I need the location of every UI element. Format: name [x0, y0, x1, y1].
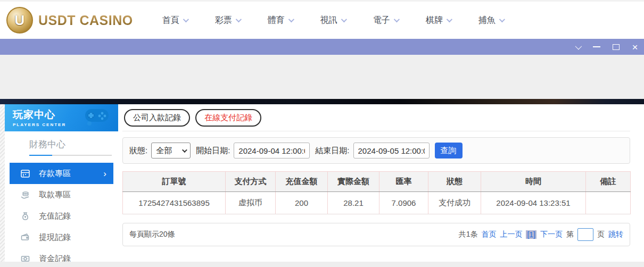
col-status: 狀態 [428, 172, 481, 192]
page-body: 玩家中心 PLAYERS CENTER 財務中心 存款專區 › [0, 104, 644, 267]
current-page-indicator[interactable]: [1] [526, 230, 536, 239]
nav-label: 體育 [268, 15, 285, 26]
chevron-down-icon [183, 16, 188, 22]
maximize-icon [613, 44, 620, 50]
chevron-down-icon [575, 43, 582, 49]
logo-text: USDT CASINO [38, 13, 133, 28]
nav-item-lottery[interactable]: 彩票 [215, 15, 240, 26]
first-page-link[interactable]: 首页 [481, 230, 496, 239]
main-content: 公司入款記錄 在線支付記錄 狀態: 全部 開始日期: 結束日期: 查詢 訂單號 [122, 104, 630, 246]
nav-label: 棋牌 [426, 15, 443, 26]
tab-online-payment-record[interactable]: 在線支付記錄 [195, 109, 261, 127]
nav-label: 捕魚 [478, 15, 496, 26]
col-payment-method: 支付方式 [226, 172, 276, 192]
nav-label: 電子 [373, 15, 390, 26]
chevron-down-icon [499, 16, 505, 22]
end-date-label: 結束日期: [315, 146, 349, 156]
prev-page-link[interactable]: 上一页 [500, 230, 522, 239]
chevron-down-icon [393, 16, 399, 22]
status-select-value: 全部 [156, 146, 172, 156]
window-controls: × [572, 39, 641, 55]
start-date-label: 開始日期: [196, 146, 230, 156]
next-page-link[interactable]: 下一页 [540, 230, 563, 239]
jump-suffix-text: 页 [597, 230, 605, 239]
deposit-card-icon [20, 168, 30, 179]
window-close-button[interactable]: × [629, 41, 641, 53]
nav-label: 彩票 [215, 15, 232, 26]
per-page-text: 每頁顯示20條 [129, 230, 175, 239]
chevron-down-icon [446, 16, 452, 22]
sidebar-item-withdraw-area[interactable]: 取款專區 [10, 184, 113, 205]
gamepad-icon [83, 108, 111, 126]
total-count-text: 共1条 [459, 230, 478, 239]
sidebar-item-withdrawal-record[interactable]: 提現記錄 [10, 227, 113, 248]
chevron-down-icon [182, 147, 187, 153]
money-bag-icon [20, 211, 30, 221]
sidebar-item-label: 充值記錄 [39, 211, 71, 221]
finance-center-heading: 財務中心 [29, 138, 118, 151]
left-texture-strip [0, 104, 5, 267]
sidebar-item-label: 提現記錄 [39, 232, 71, 243]
sidebar-item-deposit-area[interactable]: 存款專區 › [10, 163, 113, 184]
status-select[interactable]: 全部 [151, 143, 191, 158]
window-dropdown-button[interactable] [572, 41, 583, 53]
hand-money-icon [20, 189, 30, 200]
jump-prefix-text: 第 [566, 230, 574, 239]
pagination-controls: 共1条 首页 上一页 [1] 下一页 第 页 跳转 [459, 228, 623, 241]
status-label: 狀態: [129, 146, 147, 156]
cell-time: 2024-09-04 13:23:51 [481, 192, 586, 214]
col-time: 時間 [481, 172, 586, 192]
chevron-right-icon: › [103, 169, 106, 178]
nav-item-cards[interactable]: 棋牌 [426, 15, 451, 26]
sidebar-item-label: 存款專區 [39, 169, 71, 179]
nav-label: 首頁 [162, 15, 179, 26]
minimize-icon [593, 46, 600, 47]
window-maximize-button[interactable] [610, 41, 622, 53]
window-minimize-button[interactable] [591, 41, 602, 53]
end-date-input[interactable] [353, 143, 430, 158]
nav-item-home[interactable]: 首頁 [162, 15, 187, 26]
record-tabs: 公司入款記錄 在線支付記錄 [122, 104, 630, 131]
col-exchange-rate: 匯率 [379, 172, 428, 192]
sidebar-header: 玩家中心 PLAYERS CENTER [5, 104, 118, 131]
col-order-number: 訂單號 [123, 172, 226, 192]
table-row: 1725427431563895 虚拟币 200 28.21 7.0906 支付… [123, 192, 631, 214]
logo-coin-icon: U [6, 7, 33, 34]
chevron-down-icon [288, 16, 294, 22]
section-underline [29, 155, 112, 156]
chevron-down-icon [341, 16, 346, 22]
sidebar-item-recharge-record[interactable]: 充值記錄 [10, 205, 113, 227]
cell-remark [586, 192, 631, 214]
search-button[interactable]: 查詢 [435, 143, 463, 158]
nav-item-fishing[interactable]: 捕魚 [478, 15, 503, 26]
cell-order-number: 1725427431563895 [123, 192, 226, 214]
site-header: U USDT CASINO 首頁 彩票 體育 視訊 電子 棋牌 捕魚 [0, 2, 644, 39]
bottom-strip [0, 262, 644, 267]
cell-status: 支付成功 [428, 192, 481, 214]
nav-label: 視訊 [320, 15, 337, 26]
logo-letter: U [15, 12, 25, 29]
page-jump-input[interactable] [577, 228, 593, 241]
pagination-bar: 每頁顯示20條 共1条 首页 上一页 [1] 下一页 第 页 跳转 [122, 223, 630, 246]
nav-item-live[interactable]: 視訊 [320, 15, 345, 26]
nav-item-sports[interactable]: 體育 [268, 15, 293, 26]
window-titlebar: × [0, 39, 644, 55]
filter-bar: 狀態: 全部 開始日期: 結束日期: 查詢 [122, 137, 630, 164]
jump-button[interactable]: 跳转 [608, 230, 623, 239]
site-logo[interactable]: U USDT CASINO [6, 7, 133, 34]
nav-item-slots[interactable]: 電子 [373, 15, 398, 26]
tab-company-deposit-record[interactable]: 公司入款記錄 [124, 109, 190, 127]
spacer-zone [0, 55, 644, 99]
sidebar: 玩家中心 PLAYERS CENTER 財務中心 存款專區 › [5, 104, 118, 267]
main-nav: 首頁 彩票 體育 視訊 電子 棋牌 捕魚 [162, 15, 503, 26]
col-recharge-amount: 充值金額 [276, 172, 328, 192]
dark-banner [0, 99, 644, 104]
chevron-down-icon [235, 16, 241, 22]
cell-recharge-amount: 200 [276, 192, 328, 214]
table-header-row: 訂單號 支付方式 充值金額 實際金額 匯率 狀態 時間 備註 [123, 172, 631, 192]
wallet-icon [20, 232, 30, 243]
col-remark: 備註 [586, 172, 631, 192]
start-date-input[interactable] [234, 143, 310, 158]
deposit-records-table: 訂單號 支付方式 充值金額 實際金額 匯率 狀態 時間 備註 172542743… [122, 171, 631, 214]
cell-exchange-rate: 7.0906 [379, 192, 428, 214]
